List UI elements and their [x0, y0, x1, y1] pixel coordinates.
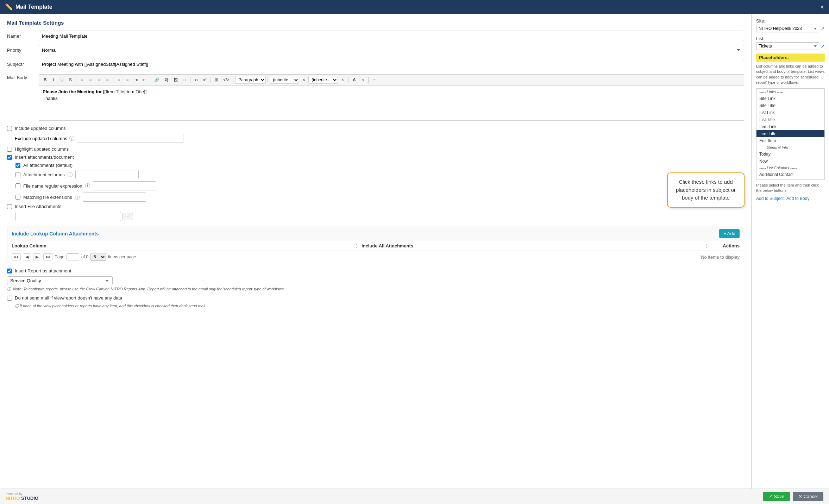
ph-today[interactable]: Today [756, 151, 824, 158]
insert-file-attachments-label[interactable]: Insert File Attachments [15, 204, 61, 209]
bullet-list-button[interactable]: ≡ [115, 76, 123, 84]
font-color-button[interactable]: A [350, 76, 358, 84]
toolbar-sep-4 [190, 77, 190, 83]
attachment-columns-input[interactable] [75, 170, 139, 179]
ph-list-title[interactable]: List Title [756, 116, 824, 123]
site-select[interactable]: NITRO HelpDesk 2023 [756, 25, 819, 32]
all-attachments-checkbox[interactable] [15, 163, 20, 168]
superscript-button[interactable]: x² [201, 76, 209, 84]
left-panel: Mail Template Settings Name* Priority No… [0, 14, 752, 504]
next-page-button[interactable]: ▶ [33, 253, 41, 260]
name-input[interactable] [39, 31, 744, 41]
of-label: of 0 [81, 254, 88, 259]
align-justify-button[interactable]: ≡ [103, 76, 111, 84]
ph-additional-info[interactable]: Additional Information [756, 178, 824, 180]
items-per-page-select[interactable]: 5 10 25 [90, 253, 106, 261]
priority-label: Priority [7, 48, 39, 53]
insert-report-checkbox[interactable] [7, 269, 12, 273]
lookup-add-button[interactable]: + Add [719, 229, 740, 238]
include-updated-checkbox[interactable] [7, 126, 12, 131]
matching-extensions-checkbox[interactable] [15, 195, 20, 200]
col-sort-icon-2[interactable]: ⋮ [704, 243, 709, 248]
insert-attachments-label[interactable]: Insert attachments/document [15, 155, 74, 160]
ph-edit-item[interactable]: Edit Item [756, 137, 824, 144]
highlight-updated-label[interactable]: Highlight updated columns [15, 146, 69, 152]
exclude-updated-input[interactable] [78, 134, 183, 143]
more-button[interactable]: ⋯ [370, 76, 379, 84]
add-to-body-link[interactable]: Add to Body [786, 196, 809, 201]
inherit-select-1[interactable]: (inherite... [270, 76, 299, 84]
add-to-subject-link[interactable]: Add to Subject [756, 196, 784, 201]
first-page-button[interactable]: ⏮ [12, 253, 21, 260]
ph-list-link[interactable]: List Link [756, 109, 824, 116]
subject-input[interactable] [39, 59, 744, 69]
priority-select[interactable]: Normal High Low [39, 45, 744, 55]
clear-format-1[interactable]: × [300, 76, 308, 84]
file-browse-button[interactable]: 📄 [123, 213, 133, 220]
outdent-button[interactable]: ⇤ [140, 76, 148, 84]
ph-site-link[interactable]: Site Link [756, 95, 824, 102]
insert-file-attachments-checkbox[interactable] [7, 204, 12, 209]
section-title: Mail Template Settings [7, 20, 744, 26]
editor-area[interactable]: Please Join the Meeting for [[Item Title… [39, 86, 744, 121]
insert-report-label[interactable]: Insert Report as attachment [15, 268, 71, 273]
underline-button[interactable]: U [58, 76, 66, 84]
pagination-left: ⏮ ◀ ▶ ⏭ Page of 0 5 10 25 items per page [12, 253, 136, 261]
numbered-list-button[interactable]: ≡ [124, 76, 131, 84]
inherit-select-2[interactable]: (inherite... [308, 76, 338, 84]
align-right-button[interactable]: ≡ [95, 76, 103, 84]
file-input-row: 📄 [7, 212, 744, 221]
toolbar-sep-3 [150, 77, 150, 83]
site-link-icon[interactable]: ↗ [821, 26, 825, 31]
do-not-send-label[interactable]: Do not send mail if view/report doesn't … [15, 295, 122, 301]
nitro-text: NITRO [6, 496, 20, 501]
file-name-regex-input[interactable] [93, 181, 156, 190]
site-label: Site: [756, 18, 825, 24]
prev-page-button[interactable]: ◀ [23, 253, 31, 260]
grid-button[interactable]: ⊞ [213, 76, 220, 84]
link-button[interactable]: 🔗 [152, 76, 162, 84]
paragraph-select[interactable]: Paragraph [235, 76, 266, 84]
bold-button[interactable]: B [41, 76, 49, 84]
attachment-columns-label[interactable]: Attachment columns [23, 172, 65, 177]
page-input[interactable] [67, 253, 79, 260]
file-name-regex-label[interactable]: File name regular expression [23, 183, 82, 189]
mail-body-row: Mail Body B I U S ≡ ≡ ≡ ≡ [7, 73, 744, 121]
subscript-button[interactable]: x₂ [192, 76, 200, 84]
do-not-send-checkbox[interactable] [7, 296, 12, 301]
last-page-button[interactable]: ⏭ [43, 253, 52, 260]
file-attachment-input[interactable] [15, 212, 121, 221]
matching-extensions-label[interactable]: Matching file extensions [23, 195, 72, 200]
image-button[interactable]: 🖼 [171, 76, 180, 84]
highlight-updated-checkbox[interactable] [7, 147, 12, 152]
matching-extensions-input[interactable] [83, 193, 146, 202]
clear-format-2[interactable]: × [339, 76, 346, 84]
list-select[interactable]: Tickets [756, 42, 819, 50]
bg-color-button[interactable]: ○ [359, 76, 366, 84]
ph-now[interactable]: Now [756, 158, 824, 165]
strikethrough-button[interactable]: S [67, 76, 74, 84]
ph-additional-contact[interactable]: Additional Contact [756, 171, 824, 178]
align-center-button[interactable]: ≡ [87, 76, 94, 84]
source-button[interactable]: </> [221, 76, 231, 84]
italic-button[interactable]: I [50, 76, 57, 84]
include-updated-label[interactable]: Include updated columns [15, 126, 66, 131]
indent-button[interactable]: ⇥ [132, 76, 140, 84]
report-select[interactable]: Service Quality Other Report [7, 276, 113, 285]
save-button[interactable]: ✓ Save [763, 492, 790, 501]
insert-attachments-checkbox[interactable] [7, 155, 12, 160]
unlink-button[interactable]: ⛓ [162, 76, 171, 84]
ph-item-link[interactable]: Item Link [756, 123, 824, 130]
close-button[interactable]: × [820, 4, 824, 11]
all-attachments-label[interactable]: All attachments (default) [23, 163, 73, 168]
list-link-icon[interactable]: ↗ [821, 43, 825, 49]
ph-site-title[interactable]: Site Title [756, 102, 824, 109]
align-left-button[interactable]: ≡ [78, 76, 86, 84]
cancel-button[interactable]: ✕ Cancel [793, 492, 823, 501]
file-name-regex-checkbox[interactable] [15, 183, 20, 188]
ph-item-title[interactable]: Item Title [756, 130, 824, 137]
attachment-columns-checkbox[interactable] [15, 172, 20, 177]
exclude-info-icon: i [69, 136, 74, 141]
col-sort-icon-1[interactable]: ⋮ [354, 243, 359, 248]
table-button[interactable]: □ [181, 76, 188, 84]
